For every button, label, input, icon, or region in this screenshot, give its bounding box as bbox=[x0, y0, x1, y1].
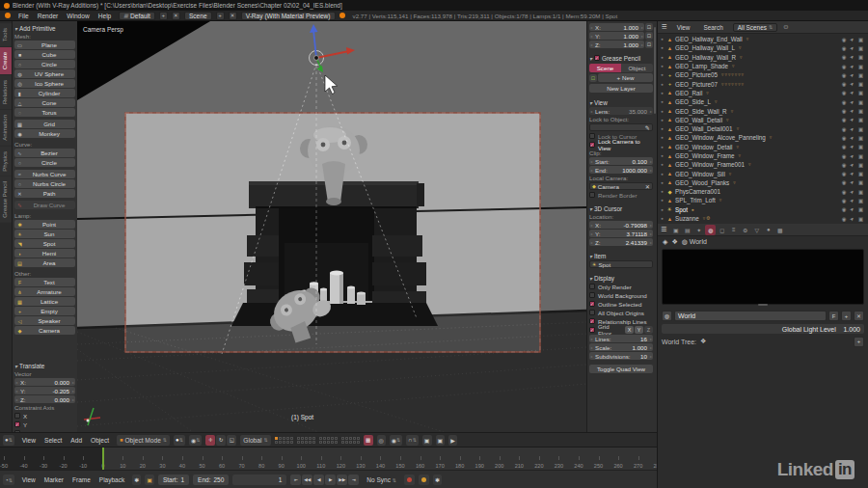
selectability-icon[interactable] bbox=[849, 170, 855, 176]
playback-button[interactable]: ⇤ bbox=[290, 474, 301, 485]
sync-mode-selector[interactable]: No Sync ⇅ bbox=[363, 476, 400, 483]
selectability-icon[interactable] bbox=[849, 98, 855, 105]
visibility-eye-icon[interactable] bbox=[842, 72, 847, 78]
selectability-icon[interactable] bbox=[849, 215, 855, 222]
visibility-eye-icon[interactable] bbox=[842, 206, 847, 212]
translate-value-field[interactable]: Y:-0.205 bbox=[14, 387, 75, 394]
keying-set-button[interactable] bbox=[419, 474, 429, 485]
expand-icon[interactable]: ● bbox=[660, 153, 665, 158]
clip-start-field[interactable]: Start:0.100 bbox=[589, 157, 653, 165]
add-other-button[interactable]: ◁Speaker bbox=[14, 316, 75, 325]
properties-tab[interactable]: ▽ bbox=[751, 225, 762, 235]
axis-checkbox-row[interactable]: Y bbox=[14, 420, 75, 428]
selectability-icon[interactable] bbox=[849, 152, 855, 159]
add-mesh-button[interactable]: ◉Monkey bbox=[14, 129, 75, 138]
visibility-eye-icon[interactable] bbox=[842, 37, 847, 42]
add-other-button[interactable]: FText bbox=[14, 278, 75, 286]
expand-icon[interactable]: ● bbox=[660, 135, 665, 140]
checkbox[interactable] bbox=[589, 301, 595, 307]
add-other-button[interactable]: ◆Camera bbox=[14, 326, 75, 335]
layout-selector[interactable]: ▦Default bbox=[119, 12, 155, 20]
grid-setting-field[interactable]: Lines:16 bbox=[589, 335, 653, 342]
checkbox[interactable] bbox=[589, 327, 595, 333]
playback-button[interactable]: ◀ bbox=[313, 474, 324, 485]
expand-icon[interactable]: ● bbox=[660, 145, 665, 149]
fake-user-button[interactable]: F bbox=[828, 311, 839, 321]
translate-value-field[interactable]: X:0.000 bbox=[14, 378, 75, 386]
add-lamp-button[interactable]: ◥Spot bbox=[14, 239, 75, 248]
selectability-icon[interactable] bbox=[849, 63, 855, 69]
add-mesh-button[interactable]: △Cone bbox=[14, 98, 75, 107]
renderability-icon[interactable] bbox=[858, 72, 863, 78]
gp-object-tab[interactable]: Object bbox=[621, 64, 653, 72]
translate-manipulator-icon[interactable]: ✛ bbox=[205, 435, 215, 446]
properties-tab[interactable]: ▤ bbox=[682, 225, 692, 235]
outliner-row[interactable]: ● + GEO_Picture05 ▿▿▿▿▿▿▿ bbox=[660, 70, 866, 79]
gp-scene-tab[interactable]: Scene bbox=[589, 64, 621, 72]
remove-scene-button[interactable] bbox=[229, 12, 237, 20]
add-lamp-button[interactable]: ☀Sun bbox=[14, 230, 75, 238]
properties-tab[interactable]: ⚙ bbox=[740, 225, 750, 235]
render-opengl-button[interactable]: ▣ bbox=[436, 435, 446, 446]
3d-viewport[interactable]: Camera Persp (1) Spot bbox=[77, 21, 586, 432]
checkbox[interactable] bbox=[589, 192, 595, 198]
timeline-menu[interactable]: Playback bbox=[95, 476, 128, 483]
outliner-row[interactable]: ● ☀ Spot ● bbox=[660, 205, 866, 214]
selectability-icon[interactable] bbox=[849, 143, 855, 149]
selectability-icon[interactable] bbox=[849, 179, 855, 186]
timeline-menu[interactable]: View bbox=[18, 476, 40, 483]
add-world-button[interactable]: + bbox=[841, 311, 852, 321]
local-camera-field[interactable]: ◆Camera✕ bbox=[589, 182, 653, 190]
outliner-row[interactable]: ● ▲ GEO_Hallway_Wall_R ▿ bbox=[660, 53, 866, 62]
menubar-menu[interactable]: File bbox=[14, 13, 33, 19]
toolshelf-tab[interactable]: Create bbox=[0, 47, 12, 74]
outliner-search-menu[interactable]: Search bbox=[699, 24, 726, 31]
visibility-eye-icon[interactable] bbox=[842, 216, 847, 222]
blender-menu-icon[interactable] bbox=[5, 13, 11, 18]
add-lamp-button[interactable]: ◗Hemi bbox=[14, 249, 75, 258]
menubar-menu[interactable]: Help bbox=[95, 13, 116, 19]
renderability-icon[interactable] bbox=[858, 81, 863, 87]
visibility-eye-icon[interactable] bbox=[842, 99, 847, 105]
add-other-button[interactable]: +Empty bbox=[14, 307, 75, 315]
add-curve-button[interactable]: ✕Path bbox=[14, 189, 75, 198]
cursor-coord-field[interactable]: X:-0.79098 bbox=[589, 221, 653, 229]
renderability-icon[interactable] bbox=[858, 54, 863, 60]
gp-pencil-icon[interactable] bbox=[589, 74, 597, 82]
toggle-quad-view-button[interactable]: Toggle Quad View bbox=[589, 365, 653, 373]
panel-header-item[interactable]: Item bbox=[589, 251, 653, 260]
properties-tab[interactable]: ● bbox=[763, 225, 773, 235]
timeline-menu[interactable]: Marker bbox=[41, 476, 68, 483]
expand-icon[interactable]: ● bbox=[660, 72, 665, 77]
renderability-icon[interactable] bbox=[858, 162, 863, 168]
add-mesh-button[interactable]: ■Cube bbox=[14, 50, 75, 59]
grid-setting-field[interactable]: Subdivisions:10 bbox=[589, 352, 653, 360]
add-mesh-button[interactable]: ▦Grid bbox=[14, 120, 75, 128]
pivot-selector[interactable]: ◉⇅ bbox=[189, 435, 202, 446]
viewport-menu[interactable]: View bbox=[18, 437, 40, 444]
outliner-row[interactable]: ● ▲ GEO_Window_Frame ▿ bbox=[660, 151, 866, 160]
outliner-row[interactable]: ● ▲ GEO_Rail ▿ bbox=[660, 89, 866, 97]
outliner-row[interactable]: ● ▲ Suzanne ▿⚙ bbox=[660, 214, 866, 223]
world-name-field[interactable]: World bbox=[674, 311, 827, 321]
layers-grid-3[interactable] bbox=[319, 437, 338, 444]
playback-button[interactable]: ▶▶ bbox=[337, 474, 347, 485]
timeline-menu[interactable]: Frame bbox=[68, 476, 95, 483]
draw-curve-button[interactable]: ✎Draw Curve bbox=[14, 201, 75, 209]
renderability-icon[interactable] bbox=[858, 90, 863, 95]
outliner-row[interactable]: ● ▲ GEO_Wall_Detail ▿ bbox=[660, 116, 866, 124]
add-lamp-button[interactable]: ✱Point bbox=[14, 220, 75, 229]
visibility-eye-icon[interactable] bbox=[842, 81, 847, 87]
grid-z-toggle[interactable]: Z bbox=[644, 326, 653, 334]
expand-icon[interactable]: ● bbox=[660, 126, 665, 131]
visibility-eye-icon[interactable] bbox=[842, 162, 847, 168]
cursor-coord-field[interactable]: Y:3.71118 bbox=[589, 230, 653, 237]
visibility-eye-icon[interactable] bbox=[842, 144, 847, 149]
lock-range-icon[interactable]: ▣ bbox=[145, 474, 154, 485]
panel-header-3d-cursor[interactable]: 3D Cursor bbox=[589, 203, 653, 213]
renderability-icon[interactable] bbox=[858, 99, 863, 105]
expand-icon[interactable]: ● bbox=[660, 198, 665, 203]
visibility-eye-icon[interactable] bbox=[842, 153, 847, 159]
world-browse-button[interactable]: ◍ bbox=[662, 311, 672, 321]
snap-element-button[interactable]: ▣ bbox=[422, 435, 432, 446]
